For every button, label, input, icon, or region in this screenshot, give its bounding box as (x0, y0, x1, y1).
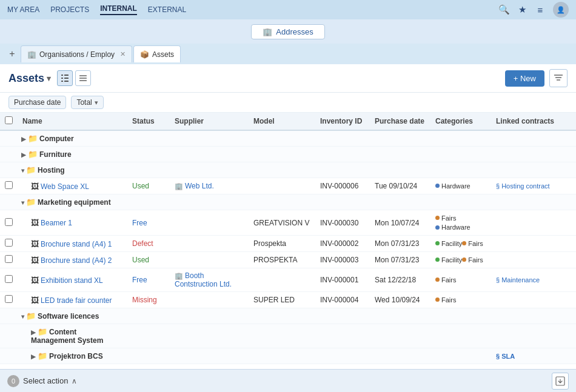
model-cell (249, 147, 315, 162)
expand-arrow-icon[interactable]: ▶ (21, 151, 26, 158)
select-all-checkbox[interactable] (5, 116, 13, 124)
item-icon: 🖼 (31, 218, 39, 227)
tree-view-button[interactable] (57, 70, 73, 86)
item-name-link[interactable]: Brochure stand (A4) 2 (41, 256, 112, 265)
table-row: 🖼Web Space XLUsed🏢Web Ltd.INV-000006Tue … (0, 178, 576, 194)
purchase-date-cell: Mon 07/31/23 (370, 252, 430, 268)
new-button[interactable]: + New (505, 70, 544, 87)
inventory-id-cell (315, 147, 370, 162)
contract-link[interactable]: § Hosting contract (496, 182, 550, 190)
nav-my-area[interactable]: MY AREA (7, 5, 39, 14)
group-name: Projektron BCS (49, 352, 103, 360)
tab-add-button[interactable]: + (5, 47, 19, 61)
select-action-area: 0 Select action ∧ (7, 375, 77, 387)
header-categories[interactable]: Categories (430, 113, 491, 130)
header-linked-contracts[interactable]: Linked contracts (491, 113, 576, 130)
row-checkbox[interactable] (5, 255, 13, 263)
row-checkbox[interactable] (5, 275, 13, 283)
row-checkbox[interactable] (5, 181, 13, 189)
filter-purchase-date[interactable]: Purchase date (8, 96, 66, 109)
header-purchase-date[interactable]: Purchase date (370, 113, 430, 130)
table-row: 🖼LED trade fair counterMissingSUPER LEDI… (0, 292, 576, 308)
category-label: Fairs (441, 276, 456, 284)
nav-projects[interactable]: PROJECTS (50, 5, 89, 14)
address-pill[interactable]: 🏢 Addresses (251, 24, 324, 39)
item-name-link[interactable]: Beamer 1 (41, 219, 72, 227)
inventory-id-cell (315, 194, 370, 210)
row-checkbox[interactable] (5, 239, 13, 247)
category-badge: Facility (435, 256, 462, 264)
filter-button[interactable] (549, 69, 568, 87)
supplier-icon: 🏢 (175, 182, 183, 190)
supplier-link[interactable]: 🏢Booth Contstruction Ltd. (175, 271, 232, 288)
nav-internal[interactable]: INTERNAL (100, 4, 137, 15)
title-dropdown-icon[interactable]: ▾ (47, 74, 51, 83)
tab-assets[interactable]: 📦 Assets (133, 45, 181, 62)
nav-external[interactable]: EXTERNAL (148, 5, 186, 14)
category-dot (435, 184, 440, 188)
header-inventory-id[interactable]: Inventory ID (315, 113, 370, 130)
collapse-arrow-icon[interactable]: ▾ (21, 199, 24, 206)
category-badge: Fairs (435, 276, 456, 284)
tab-organisations[interactable]: 🏢 Organisations / Employ ✕ (21, 45, 132, 62)
header-supplier[interactable]: Supplier (170, 113, 249, 130)
collapse-arrow-icon[interactable]: ▾ (21, 167, 24, 174)
table-row: ▶📁Projektron BCS§ SLA (0, 348, 576, 364)
svg-rect-0 (61, 75, 63, 76)
purchase-date-cell: Mon 10/07/24 (370, 210, 430, 236)
expand-arrow-icon[interactable]: ▶ (21, 136, 26, 142)
contract-label: Hosting contract (501, 182, 549, 190)
table-row: 🖼Exhibition stand XLFree🏢Booth Contstruc… (0, 268, 576, 292)
search-icon[interactable]: 🔍 (498, 4, 509, 15)
select-action-chevron[interactable]: ∧ (72, 377, 77, 385)
export-button[interactable] (552, 373, 569, 390)
expand-arrow-icon[interactable]: ▶ (31, 353, 36, 360)
contract-icon: § (496, 353, 500, 360)
toolbar-right: + New (505, 69, 568, 87)
svg-rect-8 (79, 80, 87, 81)
table-row: ▾📁Hosting (0, 162, 576, 178)
category-badge: Facility (435, 240, 462, 247)
category-dot (435, 297, 440, 302)
header-name[interactable]: Name (18, 113, 127, 130)
tab-org-close[interactable]: ✕ (120, 50, 126, 58)
item-name-link[interactable]: Exhibition stand XL (41, 276, 103, 285)
table-header-row: Name Status Supplier Model Inventory ID … (0, 113, 576, 130)
bottom-bar: 0 Select action ∧ (0, 369, 576, 392)
item-name-link[interactable]: Web Space XL (41, 182, 89, 191)
supplier-link[interactable]: 🏢Web Ltd. (175, 182, 214, 190)
list-view-button[interactable] (75, 70, 91, 86)
folder-icon: 📁 (26, 311, 36, 321)
category-label: Hardware (441, 224, 471, 231)
row-checkbox[interactable] (5, 218, 13, 226)
row-checkbox[interactable] (5, 295, 13, 303)
expand-arrow-icon[interactable]: ▶ (31, 329, 36, 336)
select-action-label[interactable]: Select action (23, 376, 68, 385)
table-row: 🖼Beamer 1FreeGREATVISION VINV-000030Mon … (0, 210, 576, 236)
header-model[interactable]: Model (249, 113, 315, 130)
menu-icon[interactable]: ≡ (535, 4, 546, 15)
group-name: Marketing equipment (38, 198, 111, 207)
contract-link[interactable]: § Maintenance (496, 276, 540, 284)
collapse-arrow-icon[interactable]: ▾ (21, 313, 24, 320)
purchase-date-cell (370, 324, 430, 348)
star-icon[interactable]: ★ (517, 4, 527, 15)
address-bar: 🏢 Addresses (0, 19, 576, 44)
view-toggle (57, 70, 91, 86)
status-badge: Used (132, 182, 149, 190)
table-row: ▶📁Furniture (0, 147, 576, 162)
item-icon: 🖼 (31, 239, 39, 248)
contract-link[interactable]: § SLA (496, 353, 515, 360)
nav-right: 🔍 ★ ≡ 👤 (498, 2, 569, 18)
avatar[interactable]: 👤 (553, 2, 569, 18)
header-status[interactable]: Status (127, 113, 170, 130)
filter-total[interactable]: Total ▾ (71, 96, 103, 109)
group-name: Computer (39, 135, 74, 143)
tab-assets-label: Assets (152, 50, 174, 59)
category-label: Facility (441, 240, 462, 247)
item-name-link[interactable]: LED trade fair counter (41, 296, 112, 305)
inventory-id-cell (315, 308, 370, 324)
inventory-id-cell (315, 162, 370, 178)
model-cell (249, 194, 315, 210)
item-name-link[interactable]: Brochure stand (A4) 1 (41, 240, 112, 248)
